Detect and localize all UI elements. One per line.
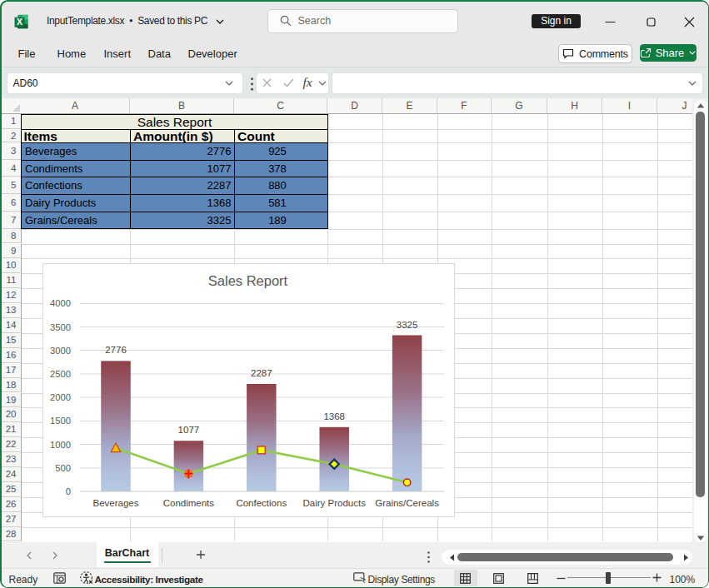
svg-text:4000: 4000 bbox=[50, 298, 71, 308]
svg-text:3000: 3000 bbox=[50, 346, 71, 356]
svg-text:2500: 2500 bbox=[50, 369, 71, 379]
svg-text:500: 500 bbox=[55, 463, 71, 473]
svg-text:Beverages: Beverages bbox=[93, 498, 139, 508]
svg-text:X: X bbox=[17, 17, 22, 27]
svg-text:1077: 1077 bbox=[178, 425, 200, 435]
svg-text:1368: 1368 bbox=[323, 411, 345, 421]
svg-text:3325: 3325 bbox=[397, 320, 418, 330]
svg-text:0: 0 bbox=[66, 486, 71, 496]
svg-text:Grains/Cereals: Grains/Cereals bbox=[375, 498, 439, 508]
svg-text:1000: 1000 bbox=[50, 440, 71, 450]
svg-text:3500: 3500 bbox=[50, 322, 71, 332]
svg-text:Dairy Products: Dairy Products bbox=[302, 498, 366, 508]
svg-text:1500: 1500 bbox=[50, 416, 71, 426]
svg-text:Condiments: Condiments bbox=[163, 498, 215, 508]
svg-text:Confections: Confections bbox=[236, 498, 287, 508]
svg-text:2776: 2776 bbox=[105, 345, 127, 355]
svg-text:Sales Report: Sales Report bbox=[208, 273, 288, 288]
svg-text:2287: 2287 bbox=[251, 368, 272, 378]
svg-text:2000: 2000 bbox=[50, 392, 71, 402]
